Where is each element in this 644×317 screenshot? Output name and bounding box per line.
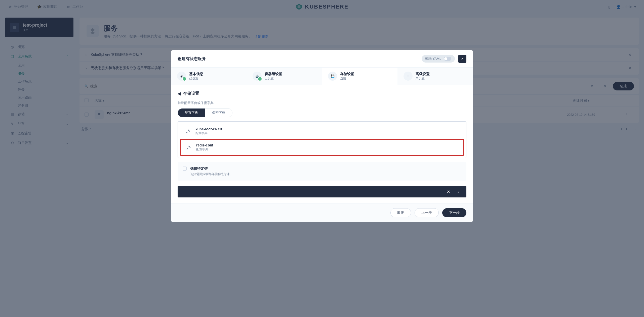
step-storage[interactable]: 💾存储设置当前 <box>322 68 397 85</box>
sliders-icon: ⚌ <box>404 72 413 81</box>
modal-overlay: 创建有状态服务 编辑 YAML ✕ ◉基本信息已设置 🚢容器组设置已设置 💾存储… <box>0 0 644 317</box>
step-pods[interactable]: 🚢容器组设置已设置 <box>247 68 322 85</box>
disk-icon: 💾 <box>328 72 337 81</box>
keys-title: 选择特定键 <box>190 167 232 171</box>
hammer-icon <box>184 128 191 135</box>
step-basic[interactable]: ◉基本信息已设置 <box>171 68 247 85</box>
strip-confirm[interactable]: ✓ <box>457 189 460 194</box>
modal-header: 创建有状态服务 编辑 YAML ✕ <box>171 50 473 68</box>
back-icon[interactable]: ◀ <box>178 91 181 96</box>
action-strip: ✕ ✓ <box>178 186 466 197</box>
info-icon: ◉ <box>177 72 186 81</box>
modal-title: 创建有状态服务 <box>178 56 206 62</box>
select-keys-box: 选择特定键选择需要挂载到容器的特定键。 <box>178 162 466 181</box>
tab-configmap[interactable]: 配置字典 <box>178 109 205 117</box>
list-item[interactable]: kube-root-ca.crt配置字典 <box>180 124 464 139</box>
toggle-switch <box>444 57 451 61</box>
modal: 创建有状态服务 编辑 YAML ✕ ◉基本信息已设置 🚢容器组设置已设置 💾存储… <box>171 50 473 222</box>
item-sub: 配置字典 <box>195 131 222 135</box>
edit-yaml-toggle[interactable]: 编辑 YAML <box>422 55 455 63</box>
list-item-selected[interactable]: redis-conf配置字典 <box>180 139 464 156</box>
hammer-icon <box>185 144 192 151</box>
close-modal-button[interactable]: ✕ <box>458 55 466 63</box>
tab-secret[interactable]: 保密字典 <box>205 109 232 117</box>
dict-type-tabs: 配置字典 保密字典 <box>178 108 232 117</box>
modal-footer: 取消 上一步 下一步 <box>171 203 473 222</box>
config-list: kube-root-ca.crt配置字典 redis-conf配置字典 <box>178 121 466 158</box>
section-title: ◀存储设置 <box>178 91 466 96</box>
item-name: kube-root-ca.crt <box>195 127 222 131</box>
container-icon: 🚢 <box>253 72 262 81</box>
strip-cancel[interactable]: ✕ <box>447 189 450 194</box>
next-button[interactable]: 下一步 <box>442 208 466 217</box>
modal-body: ◀存储设置 挂载配置字典或保密字典 配置字典 保密字典 kube-root-ca… <box>171 85 473 203</box>
item-sub: 配置字典 <box>196 147 213 151</box>
prev-button[interactable]: 上一步 <box>415 208 439 217</box>
step-advanced[interactable]: ⚌高级设置未设置 <box>397 68 473 85</box>
mount-label: 挂载配置字典或保密字典 <box>178 101 466 105</box>
item-name: redis-conf <box>196 143 213 147</box>
select-keys-checkbox[interactable] <box>183 167 187 171</box>
step-tabs: ◉基本信息已设置 🚢容器组设置已设置 💾存储设置当前 ⚌高级设置未设置 <box>171 68 473 85</box>
keys-sub: 选择需要挂载到容器的特定键。 <box>190 172 232 176</box>
cancel-button[interactable]: 取消 <box>390 208 411 217</box>
